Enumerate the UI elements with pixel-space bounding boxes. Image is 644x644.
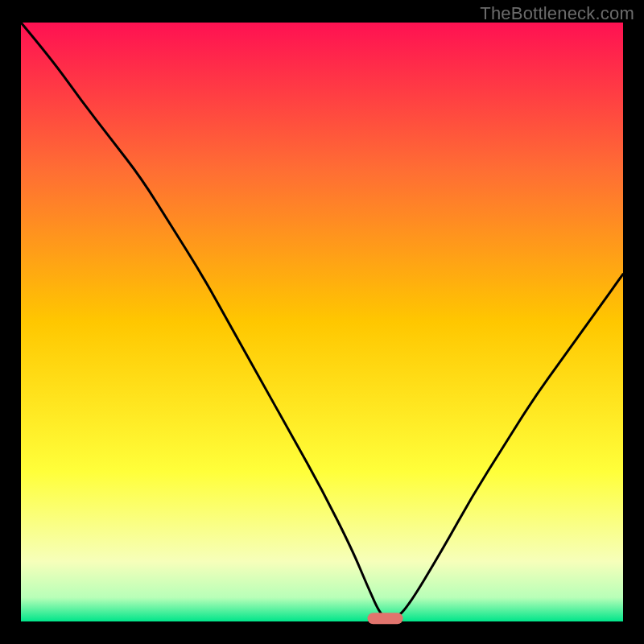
optimal-marker [368, 613, 403, 624]
chart-frame: TheBottleneck.com [0, 0, 644, 644]
watermark-text: TheBottleneck.com [480, 3, 634, 24]
bottleneck-chart [0, 0, 644, 644]
plot-background [21, 23, 623, 621]
